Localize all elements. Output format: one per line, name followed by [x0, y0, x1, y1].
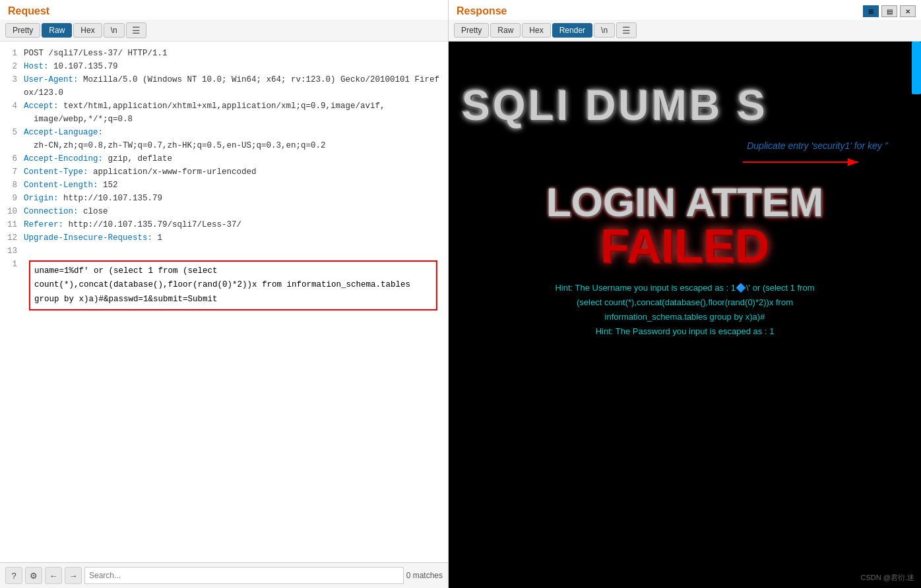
code-line: 3 User-Agent: Mozilla/5.0 (Windows NT 10… — [0, 73, 448, 100]
hint-text: Hint: The Username you input is escaped … — [449, 273, 921, 344]
hint-line-1: Hint: The Username you input is escaped … — [468, 281, 901, 295]
hint-line-3: information_schema.tables group by x)a)# — [468, 310, 901, 324]
login-failed-text: LOGIN ATTEM FAILED — [449, 179, 921, 273]
hex-button[interactable]: Hex — [73, 23, 102, 38]
request-bottom-bar: ? ⚙ ← → 0 matches — [0, 562, 448, 588]
login-failed-line: FAILED — [462, 219, 908, 273]
request-panel: Request Pretty Raw Hex \n ☰ 1 POST /sqli… — [0, 0, 449, 588]
request-title: Request — [0, 0, 448, 20]
hex-button-resp[interactable]: Hex — [522, 23, 550, 38]
menu-button-resp[interactable]: ☰ — [616, 22, 637, 38]
list-icon: ▤ — [887, 8, 893, 15]
match-count: 0 matches — [406, 571, 443, 580]
sql-payload: uname=1%df' or (select 1 from (select co… — [29, 260, 437, 310]
split-view-button[interactable]: ⊞ — [863, 5, 879, 17]
code-line: 4 Accept: text/html,application/xhtml+xm… — [0, 100, 448, 126]
scrollbar[interactable] — [912, 42, 921, 94]
sqli-title: SQLI DUMB S — [449, 42, 921, 130]
payload-line: 1 uname=1%df' or (select 1 from (select … — [0, 258, 448, 313]
arrow-graphic — [736, 152, 868, 172]
response-panel: Response Pretty Raw Hex Render \n ☰ SQLI… — [449, 0, 921, 588]
code-line: 9 Origin: http://10.107.135.79 — [0, 192, 448, 205]
response-title: Response — [449, 0, 921, 20]
help-button[interactable]: ? — [5, 567, 22, 584]
response-toolbar: Pretty Raw Hex Render \n ☰ — [449, 20, 921, 42]
main-layout: Request Pretty Raw Hex \n ☰ 1 POST /sqli… — [0, 0, 921, 588]
pretty-button[interactable]: Pretty — [5, 23, 40, 38]
help-icon: ? — [11, 571, 16, 581]
list-view-button[interactable]: ▤ — [881, 5, 897, 17]
request-toolbar: Pretty Raw Hex \n ☰ — [0, 20, 448, 42]
request-code-area: 1 POST /sqli7/Less-37/ HTTP/1.1 2 Host: … — [0, 42, 448, 562]
search-input[interactable] — [84, 567, 404, 584]
code-line: 8 Content-Length: 152 — [0, 179, 448, 192]
window-controls: ⊞ ▤ ✕ — [863, 5, 916, 17]
code-line: 11 Referer: http://10.107.135.79/sqli7/L… — [0, 218, 448, 231]
settings-icon: ⚙ — [30, 571, 38, 581]
hint-line-4: Hint: The Password you input is escaped … — [468, 324, 901, 339]
newline-button-resp[interactable]: \n — [594, 23, 615, 38]
code-line: 10 Connection: close — [0, 205, 448, 218]
close-icon: ✕ — [905, 8, 910, 15]
code-line: 1 POST /sqli7/Less-37/ HTTP/1.1 — [0, 47, 448, 60]
code-line: 6 Accept-Encoding: gzip, deflate — [0, 152, 448, 165]
raw-button-resp[interactable]: Raw — [490, 23, 521, 38]
code-line: 12 Upgrade-Insecure-Requests: 1 — [0, 231, 448, 245]
code-line: 2 Host: 10.107.135.79 — [0, 60, 448, 73]
response-render-area: SQLI DUMB S Duplicate entry 'security1' … — [449, 42, 921, 588]
forward-icon: → — [69, 571, 78, 581]
render-button-resp[interactable]: Render — [552, 23, 592, 38]
settings-button[interactable]: ⚙ — [25, 567, 42, 584]
arrow-row — [449, 152, 921, 172]
newline-button[interactable]: \n — [104, 23, 125, 38]
code-line: 13 — [0, 245, 448, 258]
forward-button[interactable]: → — [65, 567, 82, 584]
code-line: 5 Accept-Language: zh-CN,zh;q=0.8,zh-TW;… — [0, 126, 448, 152]
close-button[interactable]: ✕ — [900, 5, 916, 17]
menu-button[interactable]: ☰ — [126, 22, 146, 38]
back-icon: ← — [49, 571, 58, 581]
split-icon: ⊞ — [868, 8, 873, 15]
duplicate-error: Duplicate entry 'security1' for key '' — [747, 140, 888, 151]
raw-button[interactable]: Raw — [42, 23, 72, 38]
pretty-button-resp[interactable]: Pretty — [454, 23, 489, 38]
hint-line-2: (select count(*),concat(database(),floor… — [468, 295, 901, 310]
code-line: 7 Content-Type: application/x-www-form-u… — [0, 165, 448, 179]
back-button[interactable]: ← — [45, 567, 62, 584]
watermark: CSDN @君衍.迷 — [861, 573, 914, 583]
